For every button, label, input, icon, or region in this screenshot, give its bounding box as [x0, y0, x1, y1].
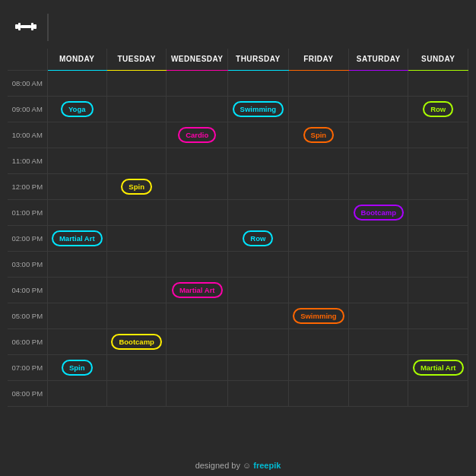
schedule-cell [349, 277, 408, 303]
schedule-cell [408, 328, 468, 354]
class-pill[interactable]: Spin [303, 127, 335, 143]
schedule-cell [408, 380, 468, 406]
class-pill[interactable]: Martial Art [52, 230, 103, 246]
schedule-cell [47, 380, 107, 406]
table-row: 09:00 AMYogaSwimmingRow [8, 96, 468, 122]
class-pill[interactable]: Bootcamp [111, 334, 161, 350]
schedule-cell [288, 380, 349, 406]
schedule-cell [107, 199, 167, 225]
schedule-cell [47, 251, 107, 277]
schedule-cell [167, 251, 228, 277]
schedule-cell [288, 70, 349, 96]
class-pill[interactable]: Row [243, 230, 273, 246]
schedule-cell [349, 380, 408, 406]
schedule-cell [228, 251, 289, 277]
time-cell: 11:00 AM [8, 148, 47, 173]
header-wednesday: WEDNESDAY [167, 49, 228, 70]
schedule-cell [167, 173, 228, 199]
schedule-cell: Swimming [288, 303, 349, 328]
schedule-cell: Martial Art [408, 354, 468, 380]
schedule-cell [167, 199, 228, 225]
schedule-cell [228, 70, 289, 96]
schedule-cell [107, 225, 167, 251]
table-row: 06:00 PMBootcamp [8, 328, 468, 354]
class-pill[interactable]: Yoga [61, 101, 94, 117]
header-tuesday: TUESDAY [107, 49, 167, 70]
schedule-cell [167, 328, 228, 354]
class-pill[interactable]: Martial Art [413, 360, 464, 376]
header-monday: MONDAY [47, 49, 107, 70]
schedule-cell [408, 251, 468, 277]
schedule-cell [408, 277, 468, 303]
schedule-cell [107, 380, 167, 406]
schedule-cell [167, 354, 228, 380]
time-cell: 01:00 PM [8, 199, 47, 225]
schedule-cell [228, 328, 289, 354]
schedule-cell [47, 70, 107, 96]
schedule-cell: Spin [47, 354, 107, 380]
schedule-cell [47, 277, 107, 303]
schedule-cell [47, 328, 107, 354]
svg-rect-3 [31, 23, 33, 30]
class-pill[interactable]: Cardio [178, 127, 216, 143]
schedule-cell [288, 251, 349, 277]
table-row: 02:00 PMMartial ArtRow [8, 225, 468, 251]
schedule-cell [288, 328, 349, 354]
schedule-cell [107, 303, 167, 328]
schedule-cell [408, 70, 468, 96]
class-pill[interactable]: Spin [121, 179, 152, 195]
time-cell: 04:00 PM [8, 277, 47, 303]
schedule-cell [228, 199, 289, 225]
header-thursday: THURSDAY [228, 49, 289, 70]
schedule-cell [288, 199, 349, 225]
schedule-cell: Cardio [167, 122, 228, 148]
schedule-cell [288, 173, 349, 199]
schedule-cell [288, 148, 349, 173]
class-pill[interactable]: Martial Art [172, 282, 223, 298]
schedule-cell [167, 70, 228, 96]
class-pill[interactable]: Swimming [293, 308, 344, 324]
class-pill[interactable]: Swimming [233, 101, 284, 117]
schedule-cell: Bootcamp [107, 328, 167, 354]
schedule-cell [107, 122, 167, 148]
schedule-cell [47, 122, 107, 148]
schedule-cell [228, 173, 289, 199]
class-pill[interactable]: Bootcamp [354, 205, 404, 221]
schedule-cell: Spin [288, 122, 349, 148]
time-cell: 03:00 PM [8, 251, 47, 277]
schedule-cell: Martial Art [167, 277, 228, 303]
time-cell: 07:00 PM [8, 354, 47, 380]
schedule-cell [408, 303, 468, 328]
table-row: 08:00 PM [8, 380, 468, 406]
class-pill[interactable]: Row [423, 101, 453, 117]
svg-rect-4 [33, 24, 36, 29]
schedule-cell [167, 380, 228, 406]
schedule-cell [349, 148, 408, 173]
schedule-cell [228, 122, 289, 148]
header-saturday: SATURDAY [349, 49, 408, 70]
schedule-cell [349, 122, 408, 148]
schedule-cell: Martial Art [47, 225, 107, 251]
schedule-cell [349, 173, 408, 199]
schedule-cell [349, 70, 408, 96]
class-pill[interactable]: Spin [62, 360, 93, 376]
schedule-cell [167, 303, 228, 328]
table-row: 01:00 PMBootcamp [8, 199, 468, 225]
svg-rect-2 [21, 25, 31, 28]
table-row: 12:00 PMSpin [8, 173, 468, 199]
table-row: 11:00 AM [8, 148, 468, 173]
dumbbell-icon [15, 17, 36, 37]
table-row: 10:00 AMCardioSpin [8, 122, 468, 148]
page-header [0, 0, 476, 49]
schedule-cell [288, 96, 349, 122]
schedule-table: MONDAY TUESDAY WEDNESDAY THURSDAY FRIDAY… [8, 49, 468, 407]
schedule-cell [167, 148, 228, 173]
schedule-cell [47, 173, 107, 199]
time-cell: 02:00 PM [8, 225, 47, 251]
footer-text: designed by ☺ freepik [195, 461, 281, 470]
schedule-cell [349, 251, 408, 277]
schedule-cell: Row [408, 96, 468, 122]
schedule-cell [408, 173, 468, 199]
schedule-cell [408, 199, 468, 225]
schedule-cell: Bootcamp [349, 199, 408, 225]
